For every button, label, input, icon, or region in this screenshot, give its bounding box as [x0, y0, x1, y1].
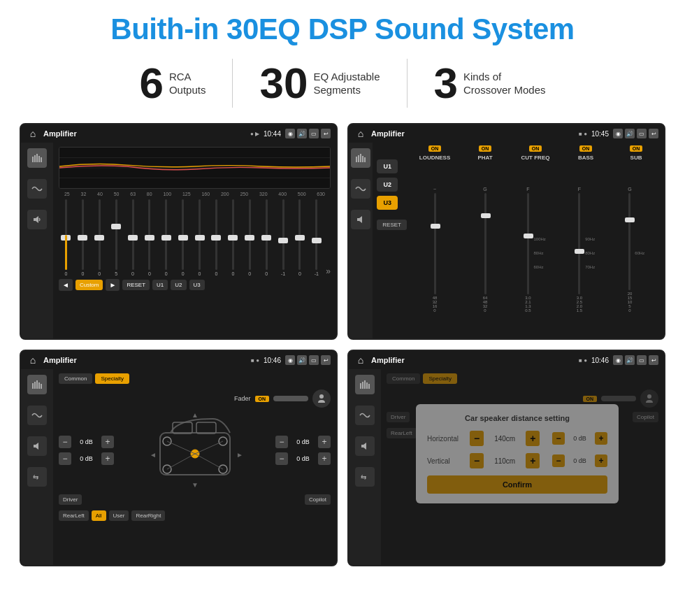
u3-btn[interactable]: U3	[189, 280, 205, 290]
fader-sidebar-arrows-icon[interactable]: ⇆	[27, 467, 47, 487]
vertical-minus-btn[interactable]: −	[470, 453, 484, 468]
eq-slider-4[interactable]: 5	[109, 199, 124, 276]
dist-sidebar-speaker-icon[interactable]	[355, 436, 375, 456]
eq-slider-16[interactable]: -1	[309, 199, 324, 276]
fader-tabs: Common Specialty	[59, 373, 331, 384]
eq-slider-3[interactable]: 0	[92, 199, 107, 276]
svg-rect-42	[364, 380, 366, 389]
eq-main-content: 25 32 40 50 63 80 100 125 160 200 250 32…	[53, 143, 336, 338]
dist-driver-btn: Driver	[387, 412, 410, 422]
dist-bg-content: Common Specialty ON Car speaker distance…	[381, 369, 664, 565]
u2-btn[interactable]: U2	[171, 280, 186, 290]
dist-minus-2[interactable]: −	[552, 454, 565, 467]
custom-btn[interactable]: Custom	[75, 280, 103, 290]
eq-graph	[59, 147, 331, 189]
horizontal-label: Horizontal	[427, 435, 464, 443]
xover-sidebar-speaker-icon[interactable]	[351, 210, 370, 229]
fader-back-icon: ↩	[321, 355, 331, 365]
dist-plus-1[interactable]: +	[595, 432, 607, 445]
svg-line-34	[167, 454, 195, 469]
svg-rect-16	[32, 383, 34, 389]
eq-slider-8[interactable]: 0	[175, 199, 190, 276]
dist-status-time: 10:46	[591, 357, 609, 364]
eq-slider-13[interactable]: 0	[259, 199, 274, 276]
stat-eq-number: 30	[259, 62, 308, 105]
eq-slider-10[interactable]: 0	[209, 199, 224, 276]
eq-slider-12[interactable]: 0	[243, 199, 257, 276]
fader-minus-1[interactable]: −	[59, 436, 71, 448]
eq-screen: ⌂ Amplifier ● ▶ 10:44 ◉ 🔊 ▭ ↩	[20, 123, 338, 340]
driver-btn[interactable]: Driver	[59, 494, 82, 505]
fader-plus-1[interactable]: +	[101, 436, 114, 448]
fader-plus-3[interactable]: +	[318, 436, 331, 448]
eq-slider-14[interactable]: -1	[276, 199, 291, 276]
dist-plus-2[interactable]: +	[595, 454, 607, 467]
dist-tab-specialty: Specialty	[423, 373, 456, 384]
vertical-plus-btn[interactable]: +	[526, 453, 540, 468]
fader-db-row-4: − 0 dB +	[275, 452, 331, 465]
all-btn[interactable]: All	[92, 510, 106, 521]
eq-slider-5[interactable]: 0	[126, 199, 140, 276]
eq-sidebar-eq-icon[interactable]	[27, 148, 47, 168]
fader-db-val-1: 0 dB	[74, 438, 99, 445]
xover-status-time: 10:45	[591, 130, 609, 138]
eq-slider-11[interactable]: 0	[226, 199, 240, 276]
fader-tab-common[interactable]: Common	[59, 373, 92, 384]
fader-plus-4[interactable]: +	[318, 452, 331, 465]
stat-rca-number: 6	[139, 62, 163, 105]
freq-63: 63	[130, 192, 136, 196]
prev-arrow[interactable]: ◄	[59, 279, 73, 291]
rearright-btn[interactable]: RearRight	[131, 510, 165, 521]
copilot-btn[interactable]: Copilot	[305, 494, 331, 505]
user-btn[interactable]: User	[109, 510, 129, 521]
eq-sidebar-wave-icon[interactable]	[27, 179, 47, 199]
fader-screen-body: ⇆ Common Specialty Fader ON	[21, 369, 336, 565]
eq-sidebar-speaker-icon[interactable]	[27, 210, 47, 229]
dist-minus-1[interactable]: −	[552, 432, 565, 445]
fader-minus-3[interactable]: −	[275, 436, 288, 448]
dist-sidebar-arrows-icon[interactable]: ⇆	[355, 467, 375, 487]
eq-slider-2[interactable]: 0	[75, 199, 90, 276]
eq-slider-9[interactable]: 0	[192, 199, 207, 276]
eq-slider-1[interactable]: 0	[59, 199, 73, 276]
more-arrow-icon[interactable]: »	[326, 266, 331, 276]
fader-db-val-3: 0 dB	[291, 438, 315, 445]
xover-sidebar-wave-icon[interactable]	[351, 179, 370, 199]
fader-minus-2[interactable]: −	[59, 452, 71, 465]
xover-u3-btn[interactable]: U3	[377, 196, 398, 210]
dist-sidebar-eq-icon[interactable]	[355, 375, 375, 394]
eq-slider-15[interactable]: 0	[292, 199, 307, 276]
dist-sidebar-wave-icon[interactable]	[355, 406, 375, 425]
xover-expand-icon: ▭	[637, 129, 647, 138]
u1-btn[interactable]: U1	[152, 280, 168, 290]
fader-sidebar-wave-icon[interactable]	[27, 406, 47, 425]
eq-slider-7[interactable]: 0	[159, 199, 173, 276]
home-icon: ⌂	[27, 127, 39, 140]
eq-screen-title: Amplifier	[43, 129, 246, 138]
fader-tab-specialty[interactable]: Specialty	[95, 373, 129, 384]
vertical-value: 110cm	[489, 457, 520, 465]
svg-text:◄: ◄	[150, 451, 157, 459]
horizontal-plus-btn[interactable]: +	[526, 431, 540, 446]
fader-sidebar-eq-icon[interactable]	[27, 375, 47, 394]
fader-minus-4[interactable]: −	[275, 452, 288, 465]
xover-presets: U1 U2 U3 RESET	[377, 145, 407, 336]
fader-plus-2[interactable]: +	[101, 452, 114, 465]
xover-u1-btn[interactable]: U1	[377, 159, 398, 173]
fader-slider-bar[interactable]	[273, 396, 308, 401]
svg-rect-44	[368, 384, 370, 389]
xover-reset-btn[interactable]: RESET	[377, 220, 407, 230]
phat-on-badge: ON	[479, 145, 492, 152]
xover-sidebar-eq-icon[interactable]	[351, 148, 370, 168]
fader-sidebar-speaker-icon[interactable]	[27, 436, 47, 456]
confirm-button[interactable]: Confirm	[427, 475, 607, 494]
rearleft-btn[interactable]: RearLeft	[59, 510, 89, 521]
play-arrow[interactable]: ►	[106, 279, 120, 291]
stat-eq-label: EQ AdjustableSegments	[313, 70, 380, 97]
xover-u2-btn[interactable]: U2	[377, 178, 398, 192]
eq-slider-6[interactable]: 0	[142, 199, 157, 276]
fader-bottom-row-2: RearLeft All User RearRight	[59, 510, 331, 521]
horizontal-minus-btn[interactable]: −	[470, 431, 484, 446]
reset-btn[interactable]: RESET	[122, 280, 150, 290]
eq-sidebar	[21, 143, 53, 338]
